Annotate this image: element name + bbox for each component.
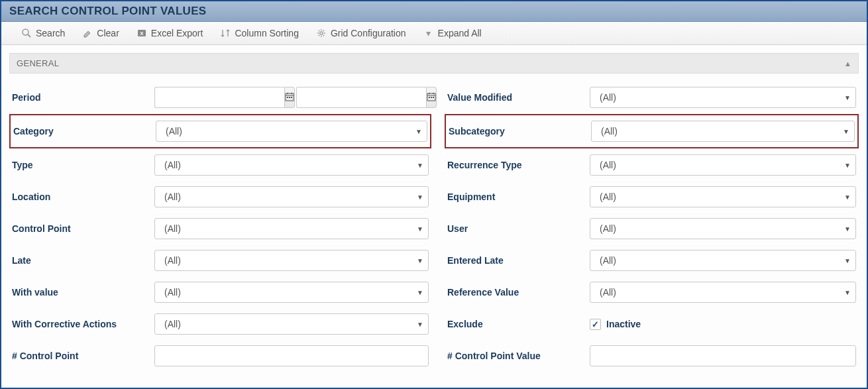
search-icon [21,28,32,38]
field-category: Category (All) ▼ [9,114,431,148]
field-subcategory: Subcategory (All) ▼ [445,114,859,148]
gear-icon [316,28,327,38]
period-label: Period [12,92,154,103]
field-control-point: Control Point (All) ▼ [9,213,431,245]
reference-value-label: Reference Value [447,287,590,298]
num-control-point-value-label: # Control Point Value [447,351,590,361]
field-type: Type (All) ▼ [9,149,431,181]
search-window: SEARCH CONTROL POINT VALUES Search Clear… [0,0,868,389]
excel-export-label: Excel Export [151,28,203,38]
inactive-checkbox[interactable] [590,319,601,330]
section-title: GENERAL [17,58,59,68]
svg-rect-9 [287,97,288,98]
clear-button[interactable]: Clear [76,25,125,41]
section-header-general[interactable]: GENERAL ▲ [9,53,859,74]
period-to-calendar-button[interactable] [426,87,437,108]
recurrence-type-label: Recurrence Type [447,160,590,170]
recurrence-type-select[interactable]: (All) [590,154,856,176]
field-with-corrective: With Corrective Actions (All) ▼ [9,308,431,340]
entered-late-label: Entered Late [447,255,590,266]
value-modified-label: Value Modified [447,92,590,103]
svg-rect-18 [433,97,434,98]
search-button-label: Search [36,28,65,38]
equipment-label: Equipment [447,192,590,202]
chevron-down-icon: ▾ [423,28,434,38]
eraser-icon [82,28,93,38]
user-label: User [447,223,590,234]
value-modified-select[interactable]: (All) [590,87,856,108]
subcategory-select[interactable]: (All) [591,121,855,142]
search-button[interactable]: Search [15,25,72,41]
field-late: Late (All) ▼ [9,245,431,276]
column-sorting-label: Column Sorting [235,28,299,38]
subcategory-label: Subcategory [449,126,591,137]
field-value-modified: Value Modified (All) ▼ [445,82,859,113]
title-bar: SEARCH CONTROL POINT VALUES [1,1,867,22]
form-grid: Period [9,82,859,372]
svg-line-1 [28,34,30,37]
field-period: Period [9,82,431,113]
svg-rect-17 [431,97,432,98]
clear-button-label: Clear [97,28,119,38]
type-label: Type [12,160,154,170]
user-select[interactable]: (All) [590,218,856,239]
grid-config-label: Grid Configuration [331,28,406,38]
field-user: User (All) ▼ [445,213,859,245]
location-label: Location [12,192,154,202]
field-location: Location (All) ▼ [9,181,431,213]
num-control-point-input[interactable] [154,345,429,366]
late-label: Late [12,255,154,266]
svg-point-4 [320,32,323,34]
svg-rect-11 [291,97,292,98]
grid-config-button[interactable]: Grid Configuration [309,25,413,41]
period-from-calendar-button[interactable] [284,87,295,108]
svg-text:X: X [140,30,144,36]
location-select[interactable]: (All) [154,186,429,207]
field-recurrence-type: Recurrence Type (All) ▼ [445,149,859,181]
calendar-icon [285,92,294,103]
period-to-input[interactable] [296,87,426,108]
num-control-point-value-input[interactable] [590,345,856,366]
svg-rect-16 [429,97,430,98]
column-sorting-button[interactable]: Column Sorting [213,25,305,41]
with-value-label: With value [12,287,154,298]
calendar-icon [427,92,436,103]
entered-late-select[interactable]: (All) [590,250,856,271]
field-reference-value: Reference Value (All) ▼ [445,276,859,308]
with-corrective-label: With Corrective Actions [12,319,154,329]
with-value-select[interactable]: (All) [154,282,429,303]
field-equipment: Equipment (All) ▼ [445,181,859,213]
window-title: SEARCH CONTROL POINT VALUES [9,5,206,17]
category-label: Category [13,126,156,137]
period-from-input[interactable] [154,87,284,108]
content-area: GENERAL ▲ Period [1,45,867,388]
category-select[interactable]: (All) [156,121,427,142]
inactive-checkbox-label: Inactive [606,319,641,329]
excel-export-button[interactable]: X Excel Export [130,25,210,41]
sort-icon [220,28,231,38]
control-point-label: Control Point [12,223,154,234]
expand-all-button[interactable]: ▾ Expand All [417,25,488,41]
toolbar: Search Clear X Excel Export Column Sorti… [1,22,867,45]
field-entered-late: Entered Late (All) ▼ [445,245,859,276]
reference-value-select[interactable]: (All) [590,282,856,303]
type-select[interactable]: (All) [154,154,429,176]
field-with-value: With value (All) ▼ [9,276,431,308]
collapse-up-icon: ▲ [844,60,851,68]
field-num-control-point-value: # Control Point Value [445,340,859,372]
equipment-select[interactable]: (All) [590,186,856,207]
control-point-select[interactable]: (All) [154,218,429,239]
exclude-label: Exclude [447,319,590,329]
expand-all-label: Expand All [438,28,482,38]
num-control-point-label: # Control Point [12,351,154,361]
field-exclude: Exclude Inactive [445,308,859,340]
excel-icon: X [136,28,147,38]
field-num-control-point: # Control Point [9,340,431,372]
with-corrective-select[interactable]: (All) [154,313,429,335]
svg-rect-10 [289,97,290,98]
late-select[interactable]: (All) [154,250,429,271]
svg-point-0 [23,29,28,35]
